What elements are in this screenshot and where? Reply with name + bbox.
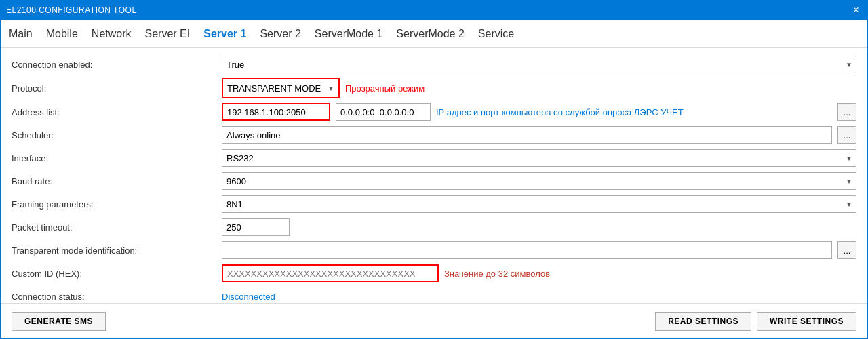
address-hint: IP адрес и порт компьютера со службой оп… — [436, 107, 684, 117]
interface-select[interactable]: RS232 — [222, 149, 856, 167]
footer-left: GENERATE SMS — [12, 312, 106, 331]
packet-timeout-label: Packet timeout: — [12, 222, 222, 233]
protocol-control: TRANSPARENT MODE Прозрачный режим — [222, 78, 856, 98]
generate-sms-button[interactable]: GENERATE SMS — [12, 312, 106, 331]
main-window: EL2100 CONFIGURATION TOOL × Main Mobile … — [0, 0, 868, 339]
menu-item-server-1[interactable]: Server 1 — [203, 28, 246, 40]
custom-id-label: Custom ID (HEX): — [12, 268, 222, 279]
transparent-mode-dots-button[interactable]: ... — [837, 241, 856, 259]
scheduler-dots-button[interactable]: ... — [837, 126, 856, 144]
address-list-row: Address list: IP адрес и порт компьютера… — [12, 102, 856, 121]
address-list-control: IP адрес и порт компьютера со службой оп… — [222, 103, 856, 121]
baud-rate-control: 9600 — [222, 172, 856, 190]
protocol-row: Protocol: TRANSPARENT MODE Прозрачный ре… — [12, 78, 856, 98]
menu-item-mobile[interactable]: Mobile — [46, 28, 78, 40]
connection-enabled-select-wrapper: True False — [222, 56, 856, 73]
framing-select[interactable]: 8N1 — [222, 195, 856, 213]
transparent-mode-input[interactable] — [222, 241, 832, 259]
address-dots-button[interactable]: ... — [837, 103, 856, 121]
baud-rate-select[interactable]: 9600 — [222, 172, 856, 190]
menu-item-servermode-1[interactable]: ServerMode 1 — [315, 28, 383, 40]
content-area: Connection enabled: True False Protocol:… — [1, 48, 867, 303]
address-input-2[interactable] — [336, 103, 431, 121]
transparent-mode-label: Transparent mode identification: — [12, 245, 222, 256]
scheduler-label: Scheduler: — [12, 130, 222, 140]
custom-id-control: Значение до 32 символов — [222, 264, 856, 282]
scheduler-row: Scheduler: ... — [12, 125, 856, 144]
connection-enabled-control: True False — [222, 56, 856, 73]
baud-rate-label: Baud rate: — [12, 176, 222, 186]
menu-item-servermode-2[interactable]: ServerMode 2 — [396, 28, 465, 40]
close-button[interactable]: × — [850, 5, 862, 16]
baud-rate-select-wrapper: 9600 — [222, 172, 856, 190]
interface-control: RS232 — [222, 149, 856, 167]
title-bar: EL2100 CONFIGURATION TOOL × — [1, 1, 867, 20]
connection-enabled-select[interactable]: True False — [222, 56, 856, 73]
transparent-mode-control: ... — [222, 241, 856, 259]
custom-id-input[interactable] — [222, 264, 439, 282]
custom-id-row: Custom ID (HEX): Значение до 32 символов — [12, 264, 856, 283]
menu-item-server-ei[interactable]: Server EI — [145, 28, 191, 40]
connection-status-value: Disconnected — [222, 292, 275, 302]
scheduler-control: ... — [222, 126, 856, 144]
protocol-label: Protocol: — [12, 83, 222, 94]
interface-row: Interface: RS232 — [12, 148, 856, 167]
packet-timeout-control — [222, 218, 856, 236]
connection-status-value-area: Disconnected — [222, 292, 856, 302]
packet-timeout-input[interactable] — [222, 218, 290, 236]
menu-item-network[interactable]: Network — [92, 28, 132, 40]
connection-enabled-row: Connection enabled: True False — [12, 55, 856, 74]
scheduler-input[interactable] — [222, 126, 832, 144]
protocol-hint: Прозрачный режим — [345, 83, 425, 94]
connection-enabled-label: Connection enabled: — [12, 60, 222, 70]
protocol-select[interactable]: TRANSPARENT MODE — [223, 79, 338, 97]
transparent-mode-row: Transparent mode identification: ... — [12, 241, 856, 260]
interface-label: Interface: — [12, 153, 222, 163]
menu-bar: Main Mobile Network Server EI Server 1 S… — [1, 20, 867, 48]
framing-row: Framing parameters: 8N1 — [12, 195, 856, 214]
footer: GENERATE SMS READ SETTINGS WRITE SETTING… — [1, 303, 867, 338]
custom-id-hint: Значение до 32 символов — [444, 268, 550, 279]
menu-item-server-2[interactable]: Server 2 — [260, 28, 300, 40]
packet-timeout-row: Packet timeout: — [12, 218, 856, 237]
connection-status-label: Connection status: — [12, 292, 222, 302]
footer-right: READ SETTINGS WRITE SETTINGS — [655, 312, 856, 331]
window-title: EL2100 CONFIGURATION TOOL — [6, 5, 137, 15]
protocol-select-wrapper: TRANSPARENT MODE — [222, 78, 340, 98]
interface-select-wrapper: RS232 — [222, 149, 856, 167]
read-settings-button[interactable]: READ SETTINGS — [655, 312, 751, 331]
menu-item-service[interactable]: Service — [478, 28, 514, 40]
baud-rate-row: Baud rate: 9600 — [12, 172, 856, 191]
address-input-1[interactable] — [222, 103, 330, 121]
framing-label: Framing parameters: — [12, 199, 222, 210]
framing-control: 8N1 — [222, 195, 856, 213]
framing-select-wrapper: 8N1 — [222, 195, 856, 213]
connection-status-row: Connection status: Disconnected — [12, 287, 856, 303]
write-settings-button[interactable]: WRITE SETTINGS — [757, 312, 856, 331]
menu-item-main[interactable]: Main — [9, 28, 33, 40]
address-list-label: Address list: — [12, 107, 222, 117]
